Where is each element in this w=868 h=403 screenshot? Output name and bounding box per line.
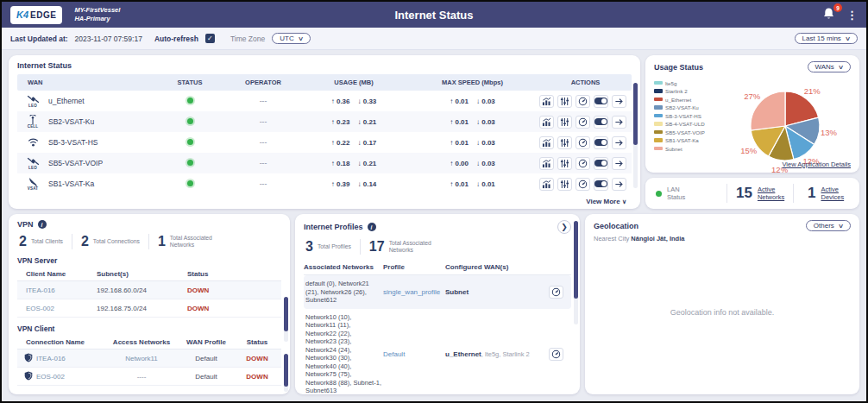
speed-test-button[interactable]	[576, 157, 590, 170]
wans-filter-select[interactable]: WANs ∨	[808, 61, 852, 72]
statistics-button[interactable]	[539, 157, 554, 170]
status-down: DOWN	[187, 305, 281, 312]
profile-speed-test-button[interactable]	[549, 348, 563, 361]
view-application-details-link[interactable]: View Application Details	[783, 161, 852, 168]
notifications-button[interactable]: 9	[822, 7, 838, 22]
details-button[interactable]	[612, 95, 626, 108]
speed-test-button[interactable]	[576, 116, 590, 129]
legend-item: SB2-VSAT-Ku	[654, 104, 714, 110]
vpn-server-scrollbar[interactable]	[284, 297, 288, 342]
connection-name-link[interactable]: EOS-002	[36, 373, 65, 381]
wan-operator: ---	[224, 97, 302, 105]
last-updated-label: Last Updated at:	[10, 35, 68, 43]
auto-refresh-checkbox[interactable]: ✓	[205, 34, 215, 43]
view-more-button[interactable]: View More ∨	[586, 198, 626, 205]
enable-toggle[interactable]	[594, 136, 608, 149]
enable-toggle[interactable]	[594, 116, 608, 129]
configure-button[interactable]	[557, 95, 572, 108]
page-title: Internet Status	[2, 9, 866, 22]
wifi-icon	[24, 138, 41, 147]
configure-button[interactable]	[557, 178, 572, 191]
client-name-link[interactable]: ITEA-016	[17, 287, 97, 294]
wans-filter-value: WANs	[815, 63, 834, 71]
scrollbar-thumb[interactable]	[284, 354, 288, 387]
top-header: K4 EDGE MY-FirstVessel HA-Primary Intern…	[2, 2, 866, 28]
enable-toggle[interactable]	[594, 178, 608, 191]
usage-status-title: Usage Status	[654, 63, 703, 72]
time-range-select[interactable]: Last 15 mins ∨	[795, 33, 858, 44]
wan-status	[155, 138, 224, 147]
wan-profile-value: Default	[179, 373, 233, 381]
configured-wans-value: u_Ethernet, lte5g, Starlink 2	[445, 350, 549, 358]
timezone-label: Time Zone	[230, 35, 265, 43]
enable-toggle[interactable]	[594, 157, 608, 170]
vpn-client-row: EOS-002----DefaultDOWN	[17, 368, 281, 386]
configure-button[interactable]	[557, 136, 572, 149]
details-button[interactable]	[612, 178, 626, 191]
info-icon[interactable]: i	[368, 223, 376, 231]
toggle-on-icon	[594, 118, 607, 125]
statistics-button[interactable]	[539, 116, 554, 129]
wan-max-speed: ↑ 0.01↓ 0.01	[406, 180, 539, 188]
stat-item: 3Total Profiles	[304, 239, 360, 255]
timezone-select[interactable]: UTC ∨	[272, 33, 311, 44]
profiles-scrollbar[interactable]	[574, 221, 578, 324]
legend-label: lte5g	[665, 80, 676, 86]
stat-item: 17Total Associated Networks	[360, 239, 451, 255]
wan-name: u_Ethernet	[48, 97, 85, 105]
kebab-menu-icon[interactable]: ⋮	[846, 9, 858, 21]
client-name-link[interactable]: EOS-002	[17, 305, 97, 312]
status-up-dot	[187, 139, 193, 145]
vpn-client-title: VPN Client	[17, 324, 281, 333]
speed-test-button[interactable]	[576, 178, 590, 191]
speed-test-button[interactable]	[576, 95, 590, 108]
expand-profiles-button[interactable]: ❯	[557, 220, 571, 234]
legend-item: SB5-VSAT-VOIP	[654, 129, 714, 135]
active-devices-link[interactable]: ActiveDevices	[821, 186, 844, 201]
active-networks-link[interactable]: ActiveNetworks	[758, 186, 784, 201]
download-arrow-icon: ↓	[358, 160, 362, 167]
statistics-button[interactable]	[539, 95, 554, 108]
divider	[793, 184, 794, 203]
statistics-button[interactable]	[539, 178, 554, 191]
dish-icon: VSAT	[24, 177, 41, 191]
pie-label: 27%	[744, 91, 761, 101]
table-scrollbar[interactable]	[633, 83, 638, 188]
upload-arrow-icon: ↑	[331, 180, 335, 188]
speed-test-button[interactable]	[576, 136, 590, 149]
active-networks-count: 15	[736, 185, 752, 202]
geo-filter-select[interactable]: Others ∨	[806, 220, 851, 231]
upload-arrow-icon: ↑	[450, 139, 453, 147]
configure-button[interactable]	[557, 116, 572, 129]
scrollbar-thumb[interactable]	[284, 297, 288, 331]
vpn-client-scrollbar[interactable]	[284, 354, 288, 392]
status-down: DOWN	[233, 373, 281, 381]
profile-link[interactable]: single_wan_profile	[383, 288, 445, 296]
usage-status-card: Usage Status WANs ∨ lte5gStarlink 2u_Eth…	[645, 55, 859, 173]
download-arrow-icon: ↓	[476, 98, 480, 105]
details-button[interactable]	[612, 116, 626, 129]
brand-logo[interactable]: K4 EDGE	[10, 6, 62, 24]
stat-label: Total Clients	[31, 238, 63, 246]
statistics-button[interactable]	[539, 136, 554, 149]
profile-speed-test-button[interactable]	[549, 286, 563, 299]
info-icon[interactable]: i	[38, 220, 47, 229]
pie-chart-svg: 21%13%12%12%15%27%	[714, 74, 851, 174]
chevron-down-icon: ∨	[298, 35, 304, 42]
wan-cell: LEOSB5-VSAT-VOIP	[17, 157, 155, 170]
details-button[interactable]	[612, 136, 626, 149]
wan-name: SB1-VSAT-Ka	[48, 179, 94, 188]
profile-link[interactable]: Default	[383, 350, 445, 358]
scrollbar-thumb[interactable]	[574, 221, 578, 299]
legend-swatch	[654, 114, 663, 118]
wan-status	[155, 97, 224, 105]
connection-name: EOS-002	[17, 371, 104, 382]
enable-toggle[interactable]	[594, 95, 608, 108]
access-networks-value[interactable]: Network11	[104, 355, 179, 362]
upload-arrow-icon: ↑	[331, 118, 335, 126]
antenna-icon: CELL	[24, 115, 41, 129]
configure-button[interactable]	[557, 157, 572, 170]
scrollbar-thumb[interactable]	[633, 83, 638, 145]
connection-name-link[interactable]: ITEA-016	[36, 355, 66, 362]
details-button[interactable]	[612, 157, 626, 170]
